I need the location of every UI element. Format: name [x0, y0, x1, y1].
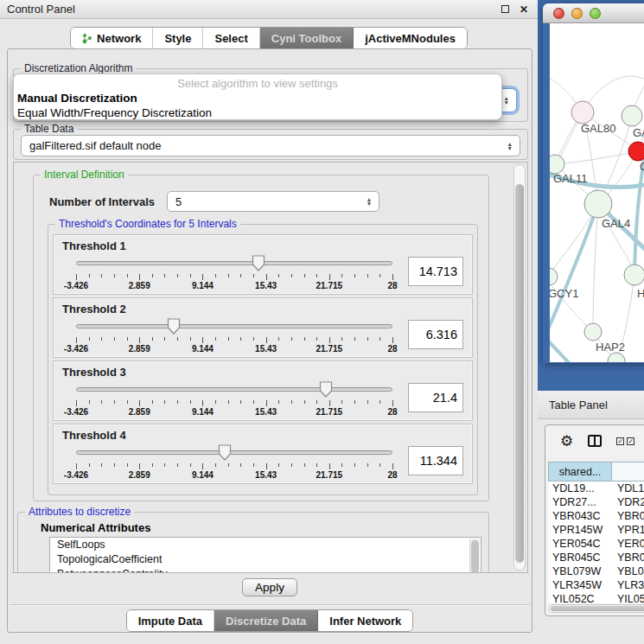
- cell-name[interactable]: YBR043C: [612, 509, 644, 523]
- slider-track[interactable]: [76, 261, 392, 265]
- cell-name[interactable]: YPR145W: [612, 523, 644, 537]
- tab-jactivemnodules[interactable]: jActiveMNodules: [354, 28, 467, 48]
- bottom-tab-bar: Impute DataDiscretize DataInfer Network: [8, 609, 532, 632]
- table-row[interactable]: YDL19...YDL19: [548, 481, 644, 495]
- float-window-icon[interactable]: [498, 3, 512, 16]
- attributes-scrollbar[interactable]: [469, 539, 480, 573]
- tick-label: 15.43: [255, 470, 277, 480]
- combo-stepper-icon: ▲▼: [507, 142, 513, 150]
- node-label: GAL4: [602, 217, 630, 230]
- slider-handle-icon[interactable]: [218, 444, 232, 461]
- network-node-h[interactable]: [624, 265, 644, 285]
- apply-button[interactable]: Apply: [242, 578, 297, 596]
- column-header-shared-name[interactable]: shared...: [548, 462, 612, 481]
- table-row[interactable]: YBL079WYBL079W: [548, 564, 644, 578]
- settings-scrollbar-thumb[interactable]: [515, 184, 524, 563]
- slider-handle-icon[interactable]: [252, 255, 265, 271]
- network-node-hap2[interactable]: [584, 323, 602, 341]
- network-node-ga[interactable]: [622, 105, 642, 126]
- cell-shared-name[interactable]: YBL079W: [548, 564, 612, 578]
- cell-name[interactable]: YIL052C: [612, 592, 644, 603]
- network-node-c[interactable]: [628, 142, 644, 161]
- algorithm-option[interactable]: Equal Width/Frequency Discretization: [14, 105, 501, 120]
- table-row[interactable]: YPR145WYPR145W: [548, 523, 644, 537]
- network-edge: [550, 333, 571, 362]
- tab-discretize-data[interactable]: Discretize Data: [214, 610, 318, 631]
- numerical-attributes-list[interactable]: SelfLoopsTopologicalCoefficientBetweenne…: [49, 537, 481, 573]
- threshold-value-field[interactable]: 14.713: [408, 257, 463, 286]
- network-canvas[interactable]: GAL80GACGAL11GAL4GCY1HHAP2: [550, 23, 644, 362]
- table-scrollbar-thumb[interactable]: [551, 606, 644, 611]
- tab-select[interactable]: Select: [203, 28, 259, 48]
- threshold-slider[interactable]: -3.4262.8599.14415.4321.71528: [76, 380, 392, 415]
- slider-track[interactable]: [76, 450, 392, 455]
- attribute-list-item[interactable]: BetweennessCentrality: [50, 567, 481, 573]
- network-node-gal11[interactable]: [550, 155, 564, 174]
- threshold-slider[interactable]: -3.4262.8599.14415.4321.71528: [76, 317, 392, 352]
- cell-name[interactable]: YDR27: [612, 495, 644, 509]
- mac-close-icon[interactable]: [553, 8, 564, 19]
- network-node-gal4[interactable]: [584, 190, 612, 218]
- attributes-scrollbar-thumb[interactable]: [471, 540, 479, 573]
- table-horizontal-scrollbar[interactable]: [548, 604, 644, 613]
- table-data-select[interactable]: galFiltered.sif default node ▲▼: [21, 135, 520, 156]
- settings-vertical-scrollbar[interactable]: [513, 164, 526, 571]
- number-of-intervals-select[interactable]: 5 ▲▼: [167, 191, 379, 212]
- table-row[interactable]: YLR345WYLR345W: [548, 578, 644, 592]
- slider-handle-icon[interactable]: [167, 318, 181, 335]
- column-header-name[interactable]: na: [612, 462, 644, 481]
- threshold-slider[interactable]: -3.4262.8599.14415.4321.71528: [76, 254, 392, 289]
- cell-shared-name[interactable]: YLR345W: [548, 578, 612, 592]
- slider-ticks: [76, 463, 392, 470]
- threshold-box: Threshold 3-3.4262.8599.14415.4321.71528…: [53, 360, 473, 421]
- combo-stepper-icon: ▲▼: [504, 96, 509, 105]
- cell-name[interactable]: YBL079W: [612, 564, 644, 578]
- table-row[interactable]: YBR045CYBR045C: [548, 551, 644, 564]
- attribute-list-item[interactable]: TopologicalCoefficient: [50, 552, 481, 567]
- threshold-value-field[interactable]: 6.316: [408, 320, 463, 349]
- cell-name[interactable]: YER054C: [612, 537, 644, 551]
- columns-icon[interactable]: [588, 435, 602, 447]
- cell-shared-name[interactable]: YBR045C: [548, 551, 612, 564]
- select-columns-icon[interactable]: ✓ ✓: [616, 437, 634, 445]
- table-row[interactable]: YIL052CYIL052C: [548, 592, 644, 603]
- slider-track[interactable]: [76, 387, 392, 392]
- cell-name[interactable]: YDL19: [612, 481, 644, 495]
- cell-shared-name[interactable]: YER054C: [548, 537, 612, 551]
- cell-name[interactable]: YBR045C: [612, 551, 644, 564]
- cell-name[interactable]: YLR345W: [612, 578, 644, 592]
- table-row[interactable]: YBR043CYBR043C: [548, 509, 644, 523]
- cell-shared-name[interactable]: YDL19...: [548, 481, 612, 495]
- table-row[interactable]: YER054CYER054C: [548, 537, 644, 551]
- tab-cyni-toolbox[interactable]: Cyni Toolbox: [260, 28, 354, 48]
- tab-impute-data[interactable]: Impute Data: [127, 610, 214, 631]
- gear-icon[interactable]: ⚙: [560, 434, 573, 449]
- network-node-gcy1[interactable]: [550, 268, 558, 285]
- cell-shared-name[interactable]: YDR27...: [548, 495, 612, 509]
- cell-shared-name[interactable]: YBR043C: [548, 509, 612, 523]
- network-edge: [593, 204, 598, 332]
- threshold-slider[interactable]: -3.4262.8599.14415.4321.71528: [76, 443, 392, 478]
- table-panel-titlebar: Table Panel: [538, 391, 644, 419]
- algorithm-option[interactable]: Manual Discretization: [14, 91, 501, 105]
- tab-network[interactable]: Network: [71, 28, 153, 48]
- cell-shared-name[interactable]: YPR145W: [548, 523, 612, 537]
- slider-track[interactable]: [76, 324, 392, 328]
- thresholds-group: Threshold's Coordinates for 5 Intervals …: [48, 224, 478, 495]
- threshold-value-field[interactable]: 11.344: [408, 446, 463, 475]
- network-window-titlebar[interactable]: [543, 3, 644, 23]
- threshold-value-field[interactable]: 21.4: [408, 383, 463, 412]
- attribute-list-item[interactable]: SelfLoops: [50, 538, 481, 552]
- tab-style[interactable]: Style: [153, 28, 203, 48]
- mac-minimize-icon[interactable]: [571, 8, 583, 19]
- slider-handle-icon[interactable]: [319, 381, 333, 398]
- network-node[interactable]: [608, 353, 625, 362]
- tab-infer-network[interactable]: Infer Network: [318, 610, 412, 631]
- tab-label: Select: [214, 32, 247, 45]
- cell-shared-name[interactable]: YIL052C: [548, 592, 612, 603]
- close-window-icon[interactable]: ✕: [517, 3, 531, 16]
- network-node-gal80[interactable]: [571, 101, 594, 124]
- table-row[interactable]: YDR27...YDR27: [548, 495, 644, 509]
- node-label: HAP2: [596, 341, 625, 354]
- mac-zoom-icon[interactable]: [590, 8, 601, 19]
